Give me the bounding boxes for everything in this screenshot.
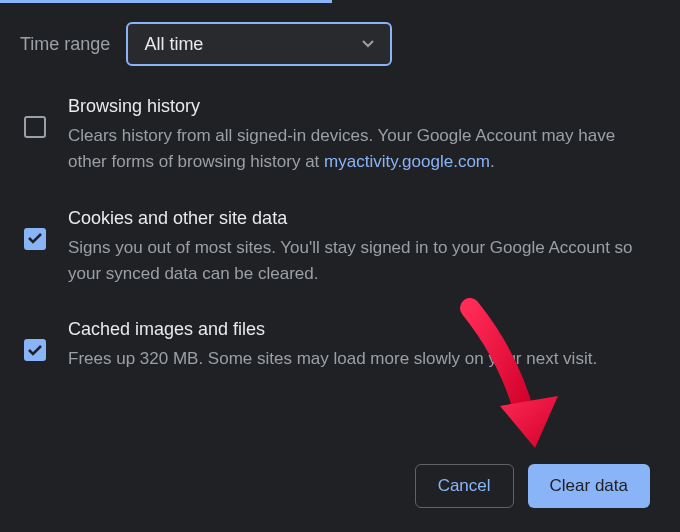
chevron-down-icon [362,40,374,48]
option-title: Cookies and other site data [68,208,656,229]
option-title: Cached images and files [68,319,656,340]
checkbox-cache[interactable] [24,339,46,361]
time-range-row: Time range All time [0,0,680,66]
time-range-value: All time [144,34,203,55]
active-tab-indicator [0,0,332,3]
option-browsing-history: Browsing history Clears history from all… [24,96,656,176]
option-description: Frees up 320 MB. Some sites may load mor… [68,346,656,372]
option-description: Clears history from all signed-in device… [68,123,656,176]
checkbox-browsing-history[interactable] [24,116,46,138]
checkbox-cookies[interactable] [24,228,46,250]
option-cookies: Cookies and other site data Signs you ou… [24,208,656,288]
option-description: Signs you out of most sites. You'll stay… [68,235,656,288]
option-title: Browsing history [68,96,656,117]
option-cache: Cached images and files Frees up 320 MB.… [24,319,656,372]
clear-data-button[interactable]: Clear data [528,464,650,508]
time-range-select[interactable]: All time [126,22,392,66]
options-list: Browsing history Clears history from all… [0,66,680,373]
time-range-label: Time range [20,34,110,55]
dialog-actions: Cancel Clear data [415,464,650,508]
myactivity-link[interactable]: myactivity.google.com [324,152,490,171]
cancel-button[interactable]: Cancel [415,464,514,508]
